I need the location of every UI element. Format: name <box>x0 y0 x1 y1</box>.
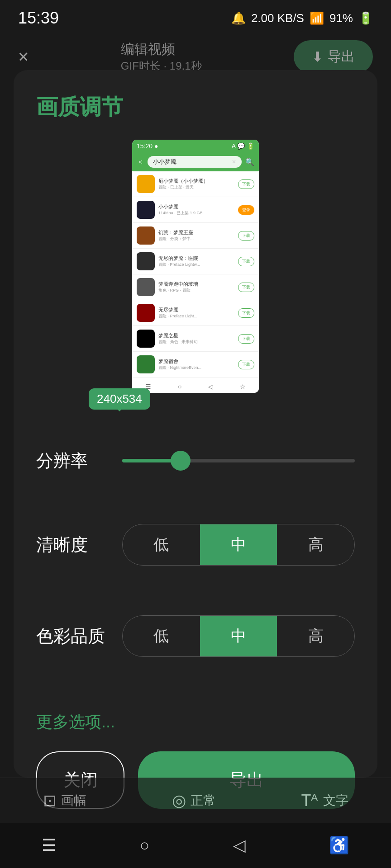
phone-list-item: 梦魇奔跑中的玻璃角色 · RPG · 冒险下载 <box>132 274 259 300</box>
clarity-section: 清晰度 低 中 高 <box>36 524 355 570</box>
phone-app-icon <box>137 175 155 193</box>
export-label: 导出 <box>328 47 355 66</box>
normal-icon: ◎ <box>172 791 186 810</box>
phone-download-btn[interactable]: 下载 <box>238 231 254 241</box>
canvas-label: 画幅 <box>61 792 86 809</box>
phone-download-btn[interactable]: 下载 <box>238 257 254 266</box>
text-label: 文字 <box>323 792 348 809</box>
notification-icon: 🔔 <box>231 11 246 25</box>
android-back-icon[interactable]: ◁ <box>233 836 246 855</box>
phone-nav-bar: ＜ 小小梦魇 ✕ 🔍 <box>132 152 259 171</box>
close-icon[interactable]: × <box>18 47 29 67</box>
phone-list-item: 小小梦魇114Mba · 已上架 1.9 GB登录 <box>132 197 259 223</box>
android-home-icon[interactable]: ○ <box>139 836 149 855</box>
phone-list-item: 梦魇之星冒险 · 角色 · 未来科幻下载 <box>132 326 259 352</box>
phone-app-name: 饥荒：梦魇王座 <box>158 229 234 236</box>
resolution-row: 分辨率 <box>36 447 355 474</box>
phone-app-info: 饥荒：梦魇王座冒险 · 分类：梦中... <box>158 229 234 242</box>
toolbar-normal[interactable]: ◎ 正常 <box>172 791 216 810</box>
phone-app-name: 无尽梦魇 <box>158 307 234 313</box>
phone-app-name: 梦魇奔跑中的玻璃 <box>158 281 234 288</box>
resolution-slider[interactable] <box>122 447 355 474</box>
status-bar: 15:39 🔔 2.00 KB/S 📶 91% 🔋 <box>0 0 391 36</box>
battery-icon: 🔋 <box>358 11 373 25</box>
toolbar-text[interactable]: Tᴬ 文字 <box>301 791 348 810</box>
phone-download-btn[interactable]: 下载 <box>238 179 254 189</box>
text-icon: Tᴬ <box>301 791 319 810</box>
phone-search-bar: 小小梦魇 ✕ <box>148 156 242 168</box>
phone-app-name: 梦魇宿舍 <box>158 358 234 365</box>
dialog-title: 画质调节 <box>36 93 355 122</box>
phone-status-icons: A 💬 🔋 <box>232 142 254 150</box>
clarity-high-btn[interactable]: 高 <box>277 524 354 565</box>
phone-app-name: 小小梦魇 <box>158 203 234 210</box>
clarity-label: 清晰度 <box>36 533 109 557</box>
slider-thumb[interactable] <box>171 451 191 471</box>
phone-clear-icon: ✕ <box>232 159 236 165</box>
clarity-low-btn[interactable]: 低 <box>123 524 200 565</box>
status-icons: 🔔 2.00 KB/S 📶 91% 🔋 <box>231 11 373 25</box>
phone-app-icon <box>137 278 155 296</box>
more-options-link[interactable]: 更多选项... <box>36 711 355 733</box>
editor-title: 编辑视频 <box>121 40 202 59</box>
slider-track <box>122 459 355 462</box>
phone-app-info: 厄小梦魇（小小梦魇）冒险 · 已上架 · 近天 <box>158 178 234 190</box>
phone-download-btn[interactable]: 下载 <box>238 334 254 344</box>
android-accessibility-icon[interactable]: ♿ <box>329 836 349 855</box>
phone-star-icon: ☆ <box>240 383 246 390</box>
phone-back-icon: ＜ <box>137 157 144 167</box>
color-mid-btn[interactable]: 中 <box>200 616 277 656</box>
clarity-row: 清晰度 低 中 高 <box>36 524 355 566</box>
color-quality-row: 色彩品质 低 中 高 <box>36 615 355 657</box>
phone-app-name: 无尽的梦魇：医院 <box>158 255 234 262</box>
phone-app-desc: 冒险 · Preface Light... <box>158 313 234 319</box>
phone-back-nav-icon: ◁ <box>208 383 213 390</box>
android-menu-icon[interactable]: ☰ <box>42 836 56 855</box>
phone-download-btn[interactable]: 下载 <box>238 283 254 292</box>
phone-download-btn[interactable]: 下载 <box>238 308 254 318</box>
color-low-btn[interactable]: 低 <box>123 616 200 656</box>
phone-screen: 15:20 ● A 💬 🔋 ＜ 小小梦魇 ✕ 🔍 厄小梦魇（小小梦魇）冒险 · … <box>132 140 259 393</box>
phone-list-item: 梦魇宿舍冒险 · NightmareEven...下载 <box>132 352 259 377</box>
resolution-slider-container: 240x534 <box>36 415 355 443</box>
phone-app-info: 小小梦魇114Mba · 已上架 1.9 GB <box>158 203 234 216</box>
phone-bottom-nav: ☰ ○ ◁ ☆ <box>132 380 259 393</box>
quality-dialog: 画质调节 15:20 ● A 💬 🔋 ＜ 小小梦魇 ✕ 🔍 <box>14 70 377 778</box>
phone-app-name: 梦魇之星 <box>158 332 234 339</box>
color-quality-label: 色彩品质 <box>36 625 109 648</box>
phone-app-info: 梦魇宿舍冒险 · NightmareEven... <box>158 358 234 371</box>
status-time: 15:39 <box>18 9 59 28</box>
phone-app-desc: 角色 · RPG · 冒险 <box>158 288 234 293</box>
android-nav-bar: ☰ ○ ◁ ♿ <box>0 823 391 868</box>
phone-app-icon <box>137 330 155 348</box>
phone-home-icon: ○ <box>178 383 181 390</box>
clarity-toggle-group: 低 中 高 <box>122 524 355 566</box>
resolution-section: 240x534 分辨率 <box>36 415 355 479</box>
phone-app-desc: 冒险 · 已上架 · 近天 <box>158 184 234 190</box>
phone-list-item: 无尽的梦魇：医院冒险 · Preface Lightw...下载 <box>132 249 259 274</box>
video-preview-container: 15:20 ● A 💬 🔋 ＜ 小小梦魇 ✕ 🔍 厄小梦魇（小小梦魇）冒险 · … <box>36 140 355 393</box>
canvas-icon: ⊡ <box>43 791 57 810</box>
export-button-header[interactable]: ⬇ 导出 <box>294 40 373 73</box>
phone-list-item: 饥荒：梦魇王座冒险 · 分类：梦中...下载 <box>132 223 259 249</box>
color-high-btn[interactable]: 高 <box>277 616 354 656</box>
data-speed: 2.00 KB/S <box>251 11 304 25</box>
battery-label: 91% <box>329 11 353 25</box>
toolbar-canvas[interactable]: ⊡ 画幅 <box>43 791 86 810</box>
phone-search-icon: 🔍 <box>245 158 254 166</box>
phone-download-btn[interactable]: 登录 <box>238 205 254 215</box>
phone-app-info: 无尽的梦魇：医院冒险 · Preface Lightw... <box>158 255 234 268</box>
phone-search-text: 小小梦魇 <box>153 158 176 166</box>
phone-app-icon <box>137 201 155 219</box>
clarity-mid-btn[interactable]: 中 <box>200 524 277 565</box>
phone-app-desc: 冒险 · Preface Lightw... <box>158 262 234 268</box>
normal-label: 正常 <box>191 792 216 809</box>
color-quality-section: 色彩品质 低 中 高 <box>36 615 355 661</box>
phone-status-bar: 15:20 ● A 💬 🔋 <box>132 140 259 152</box>
phone-app-info: 无尽梦魇冒险 · Preface Light... <box>158 307 234 319</box>
phone-app-list: 厄小梦魇（小小梦魇）冒险 · 已上架 · 近天下载小小梦魇114Mba · 已上… <box>132 171 259 380</box>
phone-download-btn[interactable]: 下载 <box>238 360 254 369</box>
phone-list-item: 厄小梦魇（小小梦魇）冒险 · 已上架 · 近天下载 <box>132 171 259 197</box>
resolution-tooltip: 240x534 <box>89 388 150 410</box>
video-preview: 15:20 ● A 💬 🔋 ＜ 小小梦魇 ✕ 🔍 厄小梦魇（小小梦魇）冒险 · … <box>132 140 259 393</box>
